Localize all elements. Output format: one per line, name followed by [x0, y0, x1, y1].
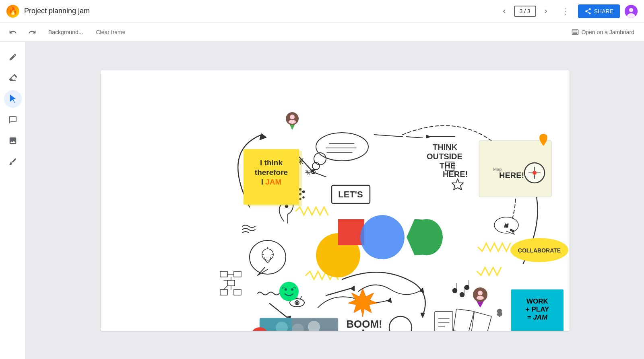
prev-frame-button[interactable]	[498, 5, 511, 18]
pen-tool[interactable]	[4, 48, 22, 66]
svg-point-126	[279, 282, 299, 301]
main-area: hi $	[0, 42, 644, 359]
svg-point-111	[533, 171, 537, 175]
svg-point-56	[460, 293, 464, 297]
more-options-button[interactable]: ⋮	[557, 3, 573, 19]
svg-point-100	[289, 120, 296, 124]
svg-point-130	[478, 291, 483, 295]
secondary-bar: Background... Clear frame Open on a Jamb…	[0, 23, 644, 42]
svg-text:HERE!: HERE!	[443, 170, 468, 178]
laser-tool[interactable]	[4, 153, 22, 170]
image-tool[interactable]	[4, 132, 22, 150]
svg-text:$: $	[497, 308, 502, 318]
share-label: SHARE	[594, 8, 613, 14]
svg-text:OUTSIDE: OUTSIDE	[427, 152, 462, 161]
svg-point-79	[411, 219, 443, 255]
svg-point-127	[285, 288, 287, 291]
svg-rect-77	[338, 219, 364, 245]
svg-text:= JAM: = JAM	[527, 314, 547, 321]
svg-point-27	[303, 191, 304, 193]
svg-point-54	[453, 289, 457, 293]
redo-button[interactable]	[26, 26, 39, 39]
svg-text:HERE!: HERE!	[499, 171, 524, 180]
canvas-area: hi $	[26, 42, 644, 359]
open-jamboard-label: Open on a Jamboard	[581, 29, 634, 35]
svg-text:I think: I think	[260, 158, 283, 167]
top-bar: 🔥 Project planning jam 3 / 3 ⋮ SHARE	[0, 0, 644, 23]
svg-text:LET'S: LET'S	[338, 189, 363, 199]
sticky-note-tool[interactable]	[4, 111, 22, 129]
svg-text:therefore: therefore	[254, 168, 287, 176]
user-avatar[interactable]	[625, 5, 638, 18]
svg-point-58	[465, 285, 469, 289]
svg-text:BOOM!: BOOM!	[346, 318, 382, 330]
svg-text:hi: hi	[504, 223, 508, 228]
canvas[interactable]: hi $	[101, 70, 570, 331]
svg-point-78	[360, 215, 405, 259]
eraser-tool[interactable]	[4, 69, 22, 87]
svg-point-35	[296, 302, 298, 304]
svg-point-128	[291, 288, 293, 291]
svg-rect-93	[244, 149, 299, 205]
svg-text:THE: THE	[440, 161, 456, 170]
svg-point-99	[290, 115, 295, 119]
background-button[interactable]: Background...	[45, 27, 86, 37]
app-title: Project planning jam	[24, 7, 493, 15]
canvas-illustration: hi $	[101, 70, 570, 331]
undo-button[interactable]	[6, 26, 19, 39]
svg-point-1	[629, 8, 633, 12]
svg-point-31	[303, 197, 304, 198]
svg-text:+ PLAY: + PLAY	[525, 306, 549, 313]
clear-frame-button[interactable]: Clear frame	[93, 27, 128, 37]
frame-indicator: 3 / 3	[514, 6, 536, 17]
svg-text:THINK: THINK	[433, 143, 458, 152]
svg-text:I JAM: I JAM	[261, 178, 281, 186]
share-button[interactable]: SHARE	[578, 4, 620, 18]
svg-text:WORK: WORK	[526, 297, 549, 305]
open-jamboard-button[interactable]: Open on a Jamboard	[568, 27, 638, 37]
svg-text:COLLABORATE: COLLABORATE	[518, 247, 560, 254]
left-toolbar	[0, 42, 26, 359]
app-logo: 🔥	[6, 5, 19, 18]
svg-point-72	[512, 230, 514, 232]
select-tool[interactable]	[4, 90, 22, 108]
svg-point-131	[477, 296, 484, 300]
svg-point-71	[510, 229, 512, 231]
next-frame-button[interactable]	[539, 5, 552, 18]
nav-controls: 3 / 3	[498, 5, 552, 18]
